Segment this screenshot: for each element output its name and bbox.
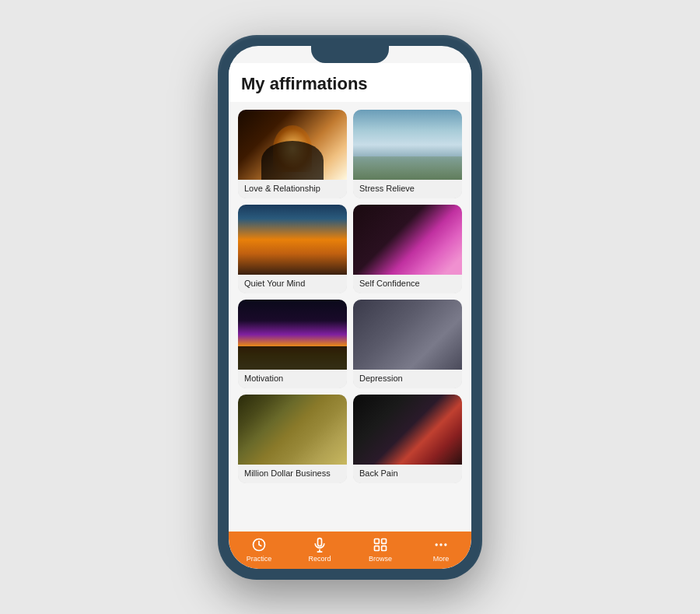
nav-item-record[interactable]: Record xyxy=(289,536,350,563)
category-image-confidence xyxy=(353,205,462,275)
svg-rect-5 xyxy=(382,539,387,543)
category-image-quiet xyxy=(238,205,347,275)
mic-icon xyxy=(311,536,328,553)
dots-icon xyxy=(432,536,450,553)
category-label-quiet: Quiet Your Mind xyxy=(238,275,347,293)
svg-rect-6 xyxy=(375,546,380,550)
grid-icon xyxy=(372,536,389,553)
category-card-motivation[interactable]: Motivation xyxy=(238,300,347,388)
category-label-stress: Stress Relieve xyxy=(353,180,462,198)
nav-item-practice[interactable]: Practice xyxy=(229,536,289,563)
category-card-stress[interactable]: Stress Relieve xyxy=(353,110,462,198)
category-card-money[interactable]: Million Dollar Business xyxy=(238,395,347,483)
svg-point-10 xyxy=(444,543,446,546)
bottom-nav: PracticeRecordBrowseMore xyxy=(229,532,471,569)
category-image-motivation xyxy=(238,300,347,370)
category-image-stress xyxy=(353,110,462,180)
category-label-love: Love & Relationship xyxy=(238,180,347,198)
category-image-love xyxy=(238,110,347,180)
category-image-money xyxy=(238,395,347,465)
screen-content: My affirmations Love & RelationshipStres… xyxy=(229,46,471,569)
scroll-area[interactable]: Love & RelationshipStress RelieveQuiet Y… xyxy=(229,102,471,532)
category-card-depression[interactable]: Depression xyxy=(353,300,462,388)
phone-screen: My affirmations Love & RelationshipStres… xyxy=(229,46,471,569)
header: My affirmations xyxy=(229,63,471,102)
category-label-confidence: Self Confidence xyxy=(353,275,462,293)
svg-point-8 xyxy=(436,543,438,546)
nav-label-more: More xyxy=(433,555,450,563)
category-card-love[interactable]: Love & Relationship xyxy=(238,110,347,198)
page-title: My affirmations xyxy=(241,74,459,94)
category-label-motivation: Motivation xyxy=(238,370,347,388)
svg-point-9 xyxy=(439,543,442,546)
category-image-depression xyxy=(353,300,462,370)
category-label-money: Million Dollar Business xyxy=(238,465,347,483)
categories-grid: Love & RelationshipStress RelieveQuiet Y… xyxy=(238,110,462,483)
nav-label-practice: Practice xyxy=(247,555,272,563)
svg-rect-7 xyxy=(382,546,387,550)
nav-item-browse[interactable]: Browse xyxy=(350,536,411,563)
nav-label-browse: Browse xyxy=(369,555,392,563)
phone-wrapper: My affirmations Love & RelationshipStres… xyxy=(218,35,482,580)
svg-rect-1 xyxy=(318,538,322,546)
nav-item-more[interactable]: More xyxy=(411,536,471,563)
nav-label-record: Record xyxy=(308,555,331,563)
category-card-quiet[interactable]: Quiet Your Mind xyxy=(238,205,347,293)
category-label-backpain: Back Pain xyxy=(353,465,462,483)
category-card-confidence[interactable]: Self Confidence xyxy=(353,205,462,293)
category-label-depression: Depression xyxy=(353,370,462,388)
notch xyxy=(311,46,389,63)
category-card-backpain[interactable]: Back Pain xyxy=(353,395,462,483)
clock-icon xyxy=(250,536,268,553)
phone-body: My affirmations Love & RelationshipStres… xyxy=(218,35,482,580)
svg-rect-4 xyxy=(375,539,380,543)
category-image-backpain xyxy=(353,395,462,465)
